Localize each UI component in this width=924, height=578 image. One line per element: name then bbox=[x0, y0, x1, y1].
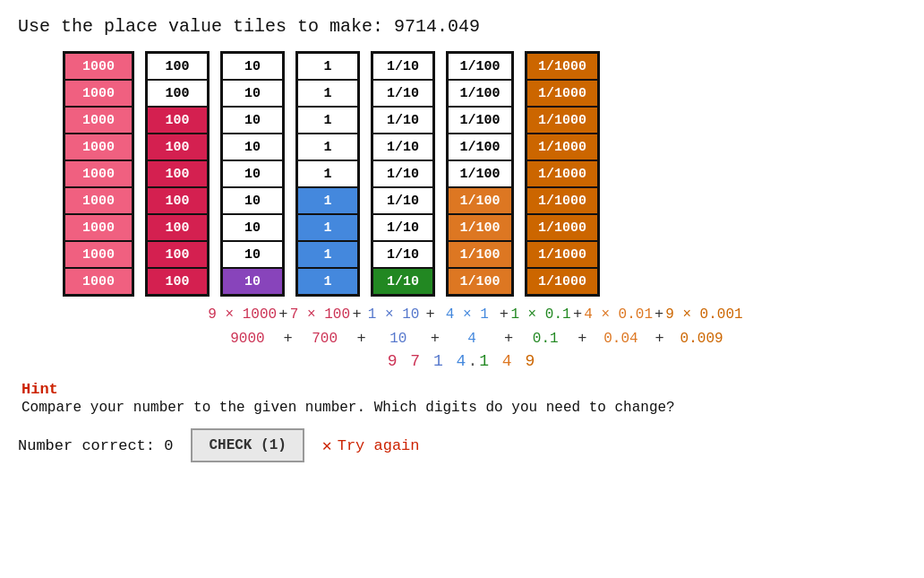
tile-hundredths-2[interactable]: 1/100 bbox=[448, 107, 512, 134]
tile-column-thousandths: 1/10001/10001/10001/10001/10001/10001/10… bbox=[525, 51, 600, 297]
tile-hundreds-5[interactable]: 100 bbox=[147, 187, 208, 214]
tile-tens-8[interactable]: 10 bbox=[222, 268, 283, 295]
tile-hundreds-0[interactable]: 100 bbox=[147, 53, 208, 80]
tile-hundreds-4[interactable]: 100 bbox=[147, 160, 208, 187]
tile-thousandths-5[interactable]: 1/1000 bbox=[526, 187, 598, 214]
tile-hundreds-8[interactable]: 100 bbox=[147, 268, 208, 295]
tile-tenths-1[interactable]: 1/10 bbox=[372, 80, 433, 107]
number-display: 9 7 1 4.1 4 9 bbox=[18, 352, 906, 370]
tile-thousandths-2[interactable]: 1/1000 bbox=[526, 107, 598, 134]
value-row: 9000+700+10+4+0.1+0.04+0.009 bbox=[18, 330, 906, 347]
eq-top-hundreds: 7 × 100 bbox=[289, 306, 350, 323]
val-bot-tens: 10 bbox=[368, 331, 429, 347]
val-plus-4: + bbox=[576, 330, 588, 347]
tile-thousandths-0[interactable]: 1/1000 bbox=[526, 53, 598, 80]
tile-thousands-1[interactable]: 1000 bbox=[64, 80, 133, 107]
tile-hundredths-7[interactable]: 1/100 bbox=[448, 241, 512, 268]
try-again-button[interactable]: ✕ Try again bbox=[322, 436, 420, 455]
tile-tens-3[interactable]: 10 bbox=[222, 134, 283, 160]
val-bot-tenths: 0.1 bbox=[515, 331, 576, 347]
tile-tenths-0[interactable]: 1/10 bbox=[372, 53, 433, 80]
tile-tens-2[interactable]: 10 bbox=[222, 107, 283, 134]
tile-thousandths-7[interactable]: 1/1000 bbox=[526, 241, 598, 268]
tile-tens-7[interactable]: 10 bbox=[222, 241, 283, 268]
tile-thousands-6[interactable]: 1000 bbox=[64, 214, 133, 241]
tile-thousands-2[interactable]: 1000 bbox=[64, 107, 133, 134]
plus-4: + bbox=[571, 306, 584, 323]
tile-stack-tenths: 1/101/101/101/101/101/101/101/101/10 bbox=[371, 51, 435, 297]
tile-ones-8[interactable]: 1 bbox=[297, 268, 358, 295]
digit-9-thousands: 9 bbox=[388, 352, 399, 370]
tile-hundreds-7[interactable]: 100 bbox=[147, 241, 208, 268]
tile-tenths-4[interactable]: 1/10 bbox=[372, 160, 433, 187]
tile-tenths-6[interactable]: 1/10 bbox=[372, 214, 433, 241]
tile-hundreds-6[interactable]: 100 bbox=[147, 214, 208, 241]
tile-ones-5[interactable]: 1 bbox=[297, 187, 358, 214]
tile-ones-3[interactable]: 1 bbox=[297, 134, 358, 160]
tile-hundredths-4[interactable]: 1/100 bbox=[448, 160, 512, 187]
tile-tenths-5[interactable]: 1/10 bbox=[372, 187, 433, 214]
digit-7-hundreds: 7 bbox=[410, 352, 422, 370]
val-plus-2: + bbox=[429, 330, 441, 347]
val-plus-5: + bbox=[653, 330, 665, 347]
tile-hundredths-0[interactable]: 1/100 bbox=[448, 53, 512, 80]
tile-thousandths-6[interactable]: 1/1000 bbox=[526, 214, 598, 241]
tile-hundreds-2[interactable]: 100 bbox=[147, 107, 208, 134]
tile-stack-hundredths: 1/1001/1001/1001/1001/1001/1001/1001/100… bbox=[446, 51, 514, 297]
tile-hundreds-3[interactable]: 100 bbox=[147, 134, 208, 160]
tile-tens-0[interactable]: 10 bbox=[222, 53, 283, 80]
val-plus-1: + bbox=[355, 330, 368, 347]
tile-thousandths-3[interactable]: 1/1000 bbox=[526, 134, 598, 160]
equation-row: 9 × 1000+7 × 100+1 × 10+4 × 1+1 × 0.1+4 … bbox=[18, 306, 906, 323]
tile-thousandths-1[interactable]: 1/1000 bbox=[526, 80, 598, 107]
tile-ones-6[interactable]: 1 bbox=[297, 214, 358, 241]
hint-title: Hint bbox=[21, 381, 906, 398]
decimal-point: . bbox=[467, 352, 479, 370]
hint-section: Hint Compare your number to the given nu… bbox=[18, 381, 906, 416]
eq-top-ones: 4 × 1 bbox=[437, 306, 498, 323]
tile-ones-2[interactable]: 1 bbox=[297, 107, 358, 134]
tile-thousands-4[interactable]: 1000 bbox=[64, 160, 133, 187]
tile-stack-thousandths: 1/10001/10001/10001/10001/10001/10001/10… bbox=[525, 51, 600, 297]
tile-hundredths-8[interactable]: 1/100 bbox=[448, 268, 512, 295]
tile-tenths-8[interactable]: 1/10 bbox=[372, 268, 433, 295]
tile-thousandths-8[interactable]: 1/1000 bbox=[526, 268, 598, 295]
val-bot-thousandths: 0.009 bbox=[666, 331, 738, 347]
tile-tens-6[interactable]: 10 bbox=[222, 214, 283, 241]
val-bot-hundreds: 700 bbox=[295, 331, 355, 347]
tile-ones-1[interactable]: 1 bbox=[297, 80, 358, 107]
tile-hundredths-5[interactable]: 1/100 bbox=[448, 187, 512, 214]
page-title: Use the place value tiles to make: 9714.… bbox=[18, 16, 906, 37]
tile-tenths-7[interactable]: 1/10 bbox=[372, 241, 433, 268]
val-plus-3: + bbox=[502, 330, 515, 347]
check-button[interactable]: CHECK (1) bbox=[191, 428, 304, 462]
correct-label: Number correct: 0 bbox=[18, 437, 173, 454]
tile-column-ones: 111111111 bbox=[295, 51, 360, 297]
tile-tenths-2[interactable]: 1/10 bbox=[372, 107, 433, 134]
tile-thousands-3[interactable]: 1000 bbox=[64, 134, 133, 160]
tile-hundredths-1[interactable]: 1/100 bbox=[448, 80, 512, 107]
tile-stack-tens: 101010101010101010 bbox=[220, 51, 285, 297]
tile-hundredths-6[interactable]: 1/100 bbox=[448, 214, 512, 241]
tile-stack-thousands: 100010001000100010001000100010001000 bbox=[63, 51, 134, 297]
tile-ones-0[interactable]: 1 bbox=[297, 53, 358, 80]
tile-tens-4[interactable]: 10 bbox=[222, 160, 283, 187]
tile-thousands-8[interactable]: 1000 bbox=[64, 268, 133, 295]
tile-thousands-5[interactable]: 1000 bbox=[64, 187, 133, 214]
plus-3: + bbox=[498, 306, 510, 323]
tile-ones-7[interactable]: 1 bbox=[297, 241, 358, 268]
tile-thousandths-4[interactable]: 1/1000 bbox=[526, 160, 598, 187]
eq-top-tens: 1 × 10 bbox=[364, 306, 424, 323]
tile-tenths-3[interactable]: 1/10 bbox=[372, 134, 433, 160]
x-icon: ✕ bbox=[322, 436, 332, 455]
tile-hundredths-3[interactable]: 1/100 bbox=[448, 134, 512, 160]
tile-tens-1[interactable]: 10 bbox=[222, 80, 283, 107]
tile-thousands-7[interactable]: 1000 bbox=[64, 241, 133, 268]
tile-thousands-0[interactable]: 1000 bbox=[64, 53, 133, 80]
tile-column-hundredths: 1/1001/1001/1001/1001/1001/1001/1001/100… bbox=[446, 51, 514, 297]
val-bot-ones: 4 bbox=[441, 331, 502, 347]
digit-4-hundredths: 4 bbox=[502, 352, 514, 370]
tile-tens-5[interactable]: 10 bbox=[222, 187, 283, 214]
tile-hundreds-1[interactable]: 100 bbox=[147, 80, 208, 107]
tile-ones-4[interactable]: 1 bbox=[297, 160, 358, 187]
